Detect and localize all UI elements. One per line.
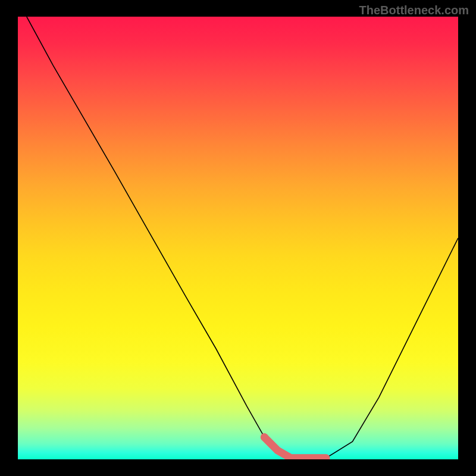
plot-area [18, 17, 458, 459]
highlight-dot [261, 433, 268, 441]
highlight-segment [264, 437, 326, 458]
bottleneck-curve-line [27, 17, 458, 458]
curve-svg [18, 17, 458, 459]
chart-container: TheBottleneck.com [0, 0, 476, 476]
watermark-text: TheBottleneck.com [359, 4, 469, 17]
